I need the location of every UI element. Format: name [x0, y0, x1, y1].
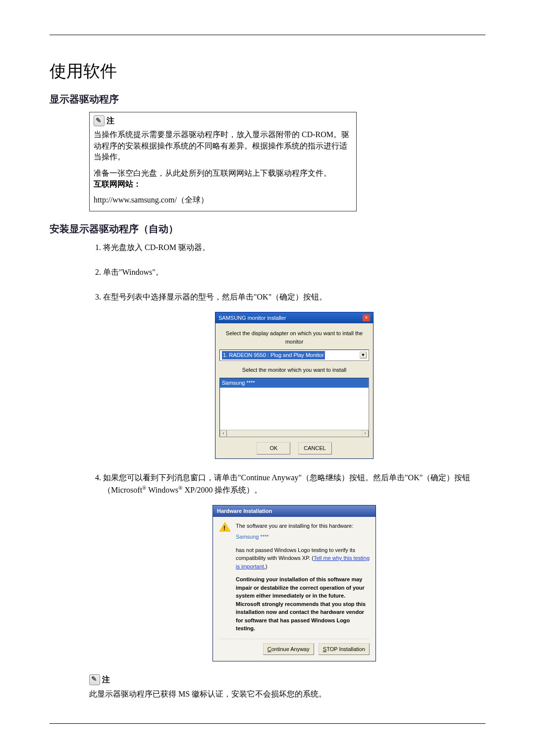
- chevron-down-icon[interactable]: ▼: [360, 352, 367, 358]
- pencil-icon: [94, 115, 105, 126]
- installer-button-row: OK CANCEL: [219, 442, 369, 454]
- adapter-selected: 1. RADEON 9550 : Plug and Play Monitor: [222, 351, 325, 359]
- step-4-text-b: Windows: [147, 486, 178, 494]
- monitor-listbox[interactable]: Samsung **** ‹ ›: [219, 378, 369, 437]
- installer-instruction-1: Select the display adapter on which you …: [219, 329, 369, 346]
- step-1-text: 将光盘放入 CD-ROM 驱动器。: [103, 243, 210, 252]
- installer-instruction-2: Select the monitor which you want to ins…: [219, 366, 369, 374]
- step-3: 在型号列表中选择显示器的型号，然后单击"OK"（确定）按钮。 SAMSUNG m…: [103, 291, 485, 459]
- stop-installation-button[interactable]: STOP InstallationSTOP Installation: [319, 643, 370, 655]
- hw-l2b: ): [266, 563, 268, 569]
- hw-text: The software you are installing for this…: [236, 522, 370, 633]
- step-2: 单击"Windows"。: [103, 266, 485, 278]
- footnote-label: 注: [102, 675, 110, 685]
- pencil-icon: [89, 674, 100, 685]
- step-3-text: 在型号列表中选择显示器的型号，然后单击"OK"（确定）按钮。: [103, 293, 327, 301]
- section-heading-driver: 显示器驱动程序: [50, 93, 485, 106]
- scroll-left-icon[interactable]: ‹: [220, 430, 227, 437]
- hw-product: Samsung ****: [236, 533, 370, 541]
- installer-titlebar: SAMSUNG monitor installer ×: [215, 312, 373, 324]
- note-label: 注: [107, 115, 114, 126]
- footnote-text: 此显示器驱动程序已获得 MS 徽标认证，安装它不会损坏您的系统。: [89, 689, 485, 700]
- cancel-button[interactable]: CANCEL: [298, 442, 332, 454]
- hw-titlebar: Hardware Installation: [213, 505, 375, 517]
- warning-icon: !: [219, 522, 231, 533]
- scroll-right-icon[interactable]: ›: [362, 430, 369, 437]
- hw-line2: has not passed Windows Logo testing to v…: [236, 546, 370, 571]
- step-4-text-c: XP/2000 操作系统）。: [183, 486, 263, 494]
- hw-top: ! The software you are installing for th…: [219, 522, 370, 633]
- note-para2b: 互联网网站：: [94, 180, 141, 188]
- hw-emphasis: Continuing your installation of this sof…: [236, 575, 370, 633]
- continue-anyway-button[interactable]: CContinue Anywayontinue Anyway: [263, 643, 314, 655]
- close-icon[interactable]: ×: [363, 314, 370, 321]
- section-heading-install: 安装显示器驱动程序（自动）: [50, 222, 485, 236]
- list-scrollbar[interactable]: ‹ ›: [220, 430, 369, 437]
- page-title: 使用软件: [50, 60, 485, 83]
- footnote-block: 注 此显示器驱动程序已获得 MS 徽标认证，安装它不会损坏您的系统。: [89, 674, 485, 700]
- hw-body: ! The software you are installing for th…: [213, 517, 375, 661]
- bottom-divider: [50, 723, 485, 724]
- monitor-selected: Samsung ****: [220, 378, 369, 388]
- reg-mark-2: ®: [178, 485, 183, 491]
- ok-button[interactable]: OK: [257, 442, 290, 454]
- top-divider: [50, 35, 485, 35]
- installer-body: Select the display adapter on which you …: [215, 323, 373, 458]
- note-paragraph-2: 准备一张空白光盘，从此处所列的互联网网站上下载驱动程序文件。 互联网网站：: [94, 168, 352, 190]
- reg-mark-1: ®: [142, 485, 147, 491]
- step-2-text: 单击"Windows"。: [103, 268, 163, 276]
- note-box: 注 当操作系统提示需要显示器驱动程序时，放入显示器附带的 CD-ROM。驱动程序…: [89, 112, 357, 211]
- note-url: http://www.samsung.com/（全球）: [94, 195, 352, 205]
- step-4: 如果您可以看到下列消息窗口，请单击"Continue Anyway"（忽略继续）…: [103, 472, 485, 661]
- note-para2a: 准备一张空白光盘，从此处所列的互联网网站上下载驱动程序文件。: [94, 169, 331, 177]
- step-1: 将光盘放入 CD-ROM 驱动器。: [103, 242, 485, 253]
- hw-line1: The software you are installing for this…: [236, 522, 370, 530]
- note-paragraph-1: 当操作系统提示需要显示器驱动程序时，放入显示器附带的 CD-ROM。驱动程序的安…: [94, 129, 352, 162]
- note-header: 注: [94, 115, 352, 126]
- install-steps: 将光盘放入 CD-ROM 驱动器。 单击"Windows"。 在型号列表中选择显…: [89, 242, 485, 661]
- footnote-header: 注: [89, 674, 485, 685]
- installer-title: SAMSUNG monitor installer: [218, 314, 286, 322]
- hw-button-row: CContinue Anywayontinue Anyway STOP Inst…: [219, 639, 370, 655]
- samsung-installer-window: SAMSUNG monitor installer × Select the d…: [215, 312, 374, 459]
- hardware-installation-dialog: Hardware Installation ! The software you…: [213, 505, 376, 661]
- adapter-dropdown[interactable]: 1. RADEON 9550 : Plug and Play Monitor ▼: [219, 350, 369, 361]
